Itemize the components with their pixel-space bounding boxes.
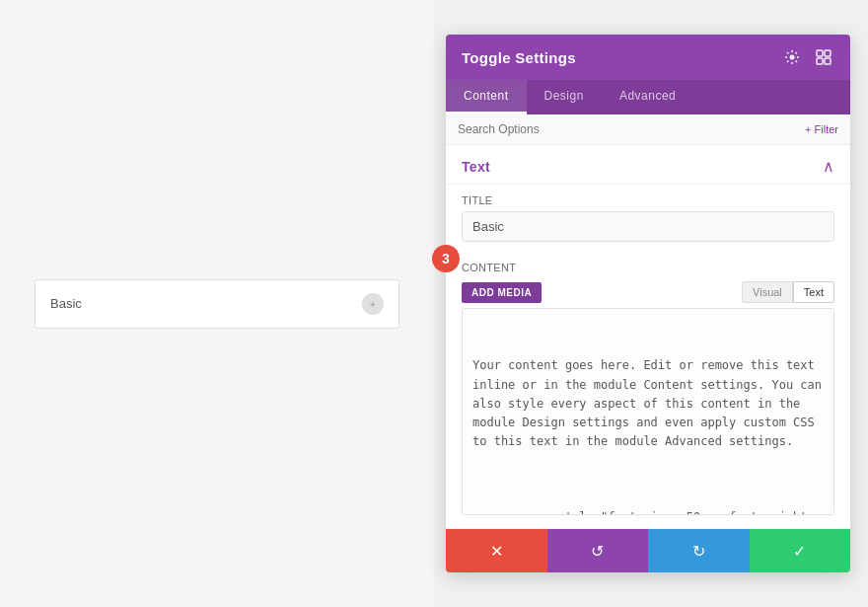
bottom-bar: ✕ ↺ ↻ ✓ — [446, 529, 850, 572]
title-field-group: Title — [446, 185, 850, 252]
panel-header-icons — [781, 46, 834, 68]
svg-rect-1 — [817, 50, 823, 56]
undo-button[interactable]: ↺ — [547, 529, 649, 572]
save-icon: ✓ — [793, 542, 806, 561]
visual-view-button[interactable]: Visual — [742, 281, 793, 303]
redo-button[interactable]: ↻ — [648, 529, 750, 572]
tab-advanced[interactable]: Advanced — [602, 80, 693, 114]
title-field-input[interactable] — [462, 211, 834, 242]
svg-rect-2 — [825, 50, 831, 56]
settings-panel: Toggle Settings Content Design Advance — [446, 35, 850, 572]
toggle-element[interactable]: Basic + — [35, 279, 399, 329]
svg-rect-4 — [825, 58, 831, 64]
panel-title: Toggle Settings — [462, 49, 576, 66]
cancel-button[interactable]: ✕ — [446, 529, 547, 572]
panel-tabs: Content Design Advanced — [446, 80, 850, 114]
content-toolbar: ADD MEDIA Visual Text — [462, 281, 834, 303]
save-button[interactable]: ✓ — [750, 529, 851, 572]
undo-icon: ↺ — [591, 542, 604, 561]
layout-icon[interactable] — [813, 46, 834, 68]
step-badge: 3 — [432, 245, 460, 272]
title-field-label: Title — [462, 194, 834, 206]
svg-point-0 — [790, 55, 795, 60]
filter-button[interactable]: + Filter — [805, 123, 838, 135]
search-input[interactable] — [458, 122, 799, 136]
panel-content: Text ∧ Title Content ADD MEDIA Visual Te… — [446, 145, 850, 529]
text-section-header: Text ∧ — [446, 145, 850, 185]
text-section-title: Text — [462, 159, 490, 175]
tab-design[interactable]: Design — [527, 80, 602, 114]
toggle-element-label: Basic — [50, 296, 82, 311]
toggle-expand-icon[interactable]: + — [362, 293, 384, 315]
redo-icon: ↻ — [692, 542, 705, 561]
text-section: Text ∧ Title Content ADD MEDIA Visual Te… — [446, 145, 850, 528]
view-toggle: Visual Text — [742, 281, 834, 303]
text-section-collapse-icon[interactable]: ∧ — [823, 157, 834, 176]
svg-rect-3 — [817, 58, 823, 64]
tab-content[interactable]: Content — [446, 80, 527, 114]
search-bar: + Filter — [446, 114, 850, 145]
text-view-button[interactable]: Text — [793, 281, 834, 303]
settings-icon[interactable] — [781, 46, 803, 68]
canvas-area: Basic + — [0, 0, 434, 607]
cancel-icon: ✕ — [490, 542, 503, 561]
content-field-group: Content ADD MEDIA Visual Text Your conte… — [446, 252, 850, 528]
content-field-label: Content — [462, 262, 834, 273]
add-media-button[interactable]: ADD MEDIA — [462, 282, 542, 303]
panel-header: Toggle Settings — [446, 35, 850, 80]
content-textarea[interactable]: Your content goes here. Edit or remove t… — [462, 308, 834, 515]
